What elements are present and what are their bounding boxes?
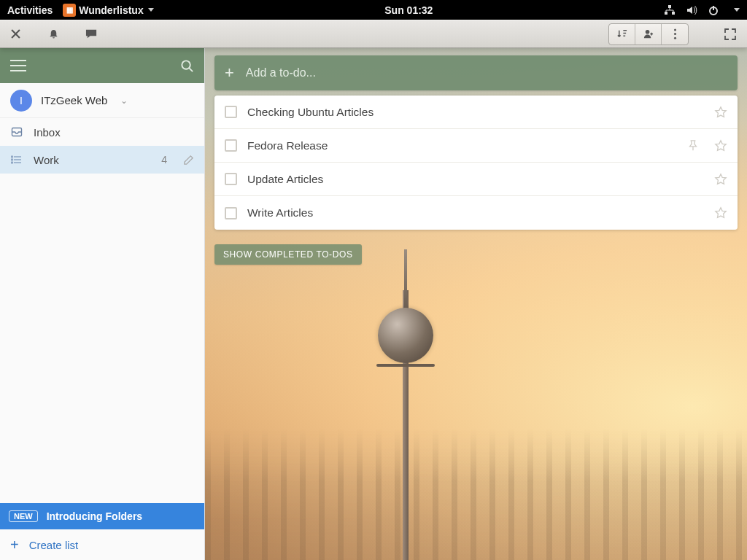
sidebar-header	[0, 48, 204, 83]
intro-text: Introducing Folders	[47, 510, 142, 522]
checkbox[interactable]	[225, 173, 237, 185]
star-icon[interactable]	[714, 206, 727, 219]
volume-icon[interactable]	[686, 4, 697, 16]
plus-icon: +	[10, 537, 19, 553]
app-menu[interactable]: ▦ Wunderlistux	[63, 4, 153, 17]
chat-icon[interactable]	[83, 26, 99, 42]
plus-icon: +	[225, 63, 234, 82]
toolbar-group	[608, 23, 689, 45]
sidebar-item-inbox[interactable]: Inbox	[0, 118, 204, 146]
background-tower	[362, 290, 449, 560]
sort-button[interactable]	[609, 24, 635, 44]
pin-icon[interactable]	[686, 139, 700, 152]
todo-item[interactable]: Update Articles	[214, 163, 738, 196]
svg-rect-2	[672, 12, 675, 15]
intro-banner[interactable]: NEW Introducing Folders	[0, 503, 204, 529]
clock[interactable]: Sun 01:32	[384, 4, 433, 16]
svg-point-7	[674, 37, 676, 39]
chevron-down-icon	[734, 8, 740, 12]
list-count: 4	[161, 154, 167, 166]
app-menu-label: Wunderlistux	[79, 4, 143, 16]
svg-point-4	[646, 30, 650, 34]
todo-list: Checking Ubuntu Articles Fedora Release	[214, 96, 738, 230]
checkbox[interactable]	[225, 106, 237, 118]
gnome-top-bar: Activities ▦ Wunderlistux Sun 01:32	[0, 0, 747, 20]
star-icon[interactable]	[714, 139, 727, 152]
fullscreen-button[interactable]	[724, 26, 740, 42]
chevron-down-icon	[148, 8, 154, 12]
checkbox[interactable]	[225, 207, 237, 219]
activities-button[interactable]: Activities	[7, 4, 53, 16]
todo-title: Checking Ubuntu Articles	[247, 106, 374, 119]
todo-title: Write Articles	[247, 206, 313, 219]
app-icon: ▦	[63, 4, 76, 17]
todo-item[interactable]: Fedora Release	[214, 129, 738, 163]
chevron-down-icon: ⌄	[120, 96, 128, 106]
svg-point-11	[12, 159, 13, 160]
sidebar-item-label: Inbox	[34, 126, 61, 139]
svg-rect-0	[668, 5, 671, 8]
power-icon[interactable]	[708, 4, 719, 16]
todo-title: Fedora Release	[247, 139, 328, 152]
menu-button[interactable]	[10, 60, 26, 71]
add-todo-input[interactable]	[246, 66, 727, 79]
more-button[interactable]	[662, 24, 688, 44]
background-skyline	[205, 429, 747, 560]
todo-item[interactable]: Write Articles	[214, 196, 738, 230]
sidebar: I ITzGeek Web ⌄ Inbox Work 4 NEW Introdu…	[0, 48, 205, 560]
show-completed-button[interactable]: SHOW COMPLETED TO-DOS	[214, 244, 362, 265]
svg-point-5	[674, 28, 676, 31]
bell-icon[interactable]	[45, 26, 61, 42]
share-button[interactable]	[635, 24, 662, 44]
edit-icon[interactable]	[183, 155, 194, 166]
sidebar-item-work[interactable]: Work 4	[0, 146, 204, 174]
todo-title: Update Articles	[247, 173, 323, 186]
close-button[interactable]	[7, 26, 23, 42]
svg-point-8	[182, 61, 190, 69]
svg-point-6	[674, 33, 676, 35]
star-icon[interactable]	[714, 173, 727, 186]
new-badge: NEW	[9, 510, 38, 522]
main-pane: + Checking Ubuntu Articles Fedora Releas…	[205, 48, 747, 560]
list-icon	[10, 154, 23, 166]
star-icon[interactable]	[714, 106, 727, 119]
network-icon[interactable]	[664, 4, 676, 16]
checkbox[interactable]	[225, 139, 237, 152]
search-button[interactable]	[180, 59, 194, 73]
create-list-label: Create list	[29, 539, 79, 551]
svg-rect-1	[665, 12, 667, 15]
account-switcher[interactable]: I ITzGeek Web ⌄	[0, 83, 204, 118]
todo-item[interactable]: Checking Ubuntu Articles	[214, 96, 738, 129]
sidebar-item-label: Work	[34, 154, 59, 166]
window-titlebar	[0, 20, 747, 48]
svg-point-10	[12, 156, 13, 158]
avatar: I	[10, 90, 32, 112]
app-body: I ITzGeek Web ⌄ Inbox Work 4 NEW Introdu…	[0, 48, 747, 560]
inbox-icon	[10, 126, 23, 138]
account-name: ITzGeek Web	[41, 94, 107, 106]
svg-point-12	[12, 162, 13, 163]
create-list-button[interactable]: + Create list	[0, 529, 204, 560]
add-todo-row[interactable]: +	[214, 55, 738, 90]
